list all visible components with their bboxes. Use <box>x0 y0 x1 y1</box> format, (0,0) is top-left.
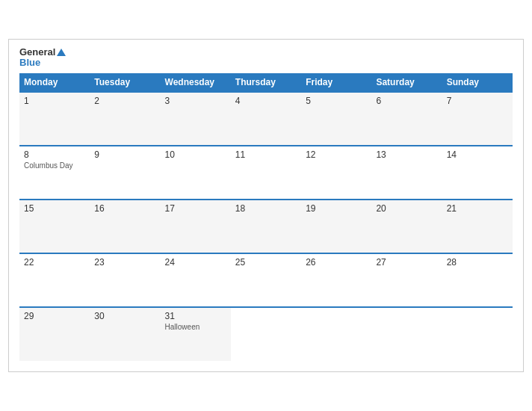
day-number: 16 <box>94 203 155 214</box>
calendar-cell <box>301 307 371 361</box>
calendar-cell: 4 <box>231 92 301 146</box>
day-header-thursday: Thursday <box>231 73 301 92</box>
calendar-cell <box>231 307 301 361</box>
calendar-cell: 14 <box>442 146 513 200</box>
week-row-4: 22232425262728 <box>19 253 513 307</box>
day-header-monday: Monday <box>19 73 90 92</box>
day-number: 31 <box>165 311 226 321</box>
calendar-cell: 19 <box>301 200 371 253</box>
day-header-row: MondayTuesdayWednesdayThursdayFridaySatu… <box>19 73 513 92</box>
week-row-2: 8Columbus Day91011121314 <box>19 146 513 200</box>
day-number: 11 <box>235 149 297 160</box>
calendar-thead: MondayTuesdayWednesdayThursdayFridaySatu… <box>19 73 513 92</box>
day-number: 29 <box>24 311 85 321</box>
holiday-label: Columbus Day <box>24 161 85 170</box>
calendar-cell: 28 <box>442 253 513 307</box>
calendar-cell: 23 <box>90 253 160 307</box>
day-header-wednesday: Wednesday <box>161 73 231 92</box>
day-number: 13 <box>376 149 437 160</box>
week-row-1: 1234567 <box>19 92 513 146</box>
day-number: 19 <box>306 203 367 214</box>
day-number: 21 <box>447 203 508 214</box>
logo-triangle-icon <box>57 49 66 56</box>
week-row-3: 15161718192021 <box>19 200 513 253</box>
day-number: 24 <box>165 257 226 268</box>
calendar-cell: 10 <box>161 146 231 200</box>
day-number: 15 <box>24 203 85 214</box>
calendar-cell: 9 <box>90 146 160 200</box>
calendar-cell <box>442 307 513 361</box>
day-number: 23 <box>94 257 155 268</box>
day-number: 4 <box>235 96 297 106</box>
day-number: 7 <box>447 96 508 106</box>
logo: General Blue <box>19 47 66 67</box>
week-row-5: 293031Halloween <box>19 307 513 361</box>
day-number: 26 <box>306 257 367 268</box>
day-number: 22 <box>24 257 85 268</box>
day-number: 25 <box>235 257 297 268</box>
calendar-cell: 24 <box>161 253 231 307</box>
day-number: 6 <box>376 96 437 106</box>
day-number: 10 <box>165 149 226 160</box>
day-number: 5 <box>306 96 367 106</box>
day-number: 28 <box>447 257 508 268</box>
logo-blue-text: Blue <box>19 58 66 67</box>
calendar-tbody: 12345678Columbus Day91011121314151617181… <box>19 92 513 361</box>
calendar-header: General Blue <box>19 47 513 67</box>
calendar-cell: 15 <box>19 200 90 253</box>
day-header-saturday: Saturday <box>371 73 442 92</box>
calendar-cell: 1 <box>19 92 90 146</box>
day-number: 9 <box>94 149 155 160</box>
calendar-cell: 21 <box>442 200 513 253</box>
day-number: 3 <box>165 96 226 106</box>
calendar-cell: 7 <box>442 92 513 146</box>
calendar-cell: 16 <box>90 200 160 253</box>
calendar-cell: 6 <box>371 92 442 146</box>
day-number: 17 <box>165 203 226 214</box>
calendar-cell: 2 <box>90 92 160 146</box>
day-header-sunday: Sunday <box>442 73 513 92</box>
holiday-label: Halloween <box>165 323 226 331</box>
day-number: 8 <box>24 149 85 160</box>
day-number: 30 <box>94 311 155 321</box>
calendar-cell: 27 <box>371 253 442 307</box>
calendar-cell: 13 <box>371 146 442 200</box>
calendar-cell: 29 <box>19 307 90 361</box>
calendar-cell: 11 <box>231 146 301 200</box>
calendar-cell: 5 <box>301 92 371 146</box>
day-number: 27 <box>376 257 437 268</box>
day-number: 1 <box>24 96 85 106</box>
calendar-cell: 25 <box>231 253 301 307</box>
day-number: 14 <box>447 149 508 160</box>
calendar-container: General Blue MondayTuesdayWednesdayThurs… <box>8 39 524 372</box>
calendar-cell: 22 <box>19 253 90 307</box>
day-header-friday: Friday <box>301 73 371 92</box>
calendar-cell <box>371 307 442 361</box>
calendar-cell: 3 <box>161 92 231 146</box>
logo-general-text: General <box>19 47 66 58</box>
calendar-grid: MondayTuesdayWednesdayThursdayFridaySatu… <box>19 73 513 361</box>
calendar-cell: 30 <box>90 307 160 361</box>
day-number: 2 <box>94 96 155 106</box>
day-number: 18 <box>235 203 297 214</box>
day-number: 20 <box>376 203 437 214</box>
day-number: 12 <box>306 149 367 160</box>
calendar-cell: 8Columbus Day <box>19 146 90 200</box>
calendar-cell: 17 <box>161 200 231 253</box>
calendar-cell: 26 <box>301 253 371 307</box>
calendar-cell: 31Halloween <box>161 307 231 361</box>
calendar-cell: 12 <box>301 146 371 200</box>
calendar-cell: 18 <box>231 200 301 253</box>
calendar-cell: 20 <box>371 200 442 253</box>
day-header-tuesday: Tuesday <box>90 73 160 92</box>
